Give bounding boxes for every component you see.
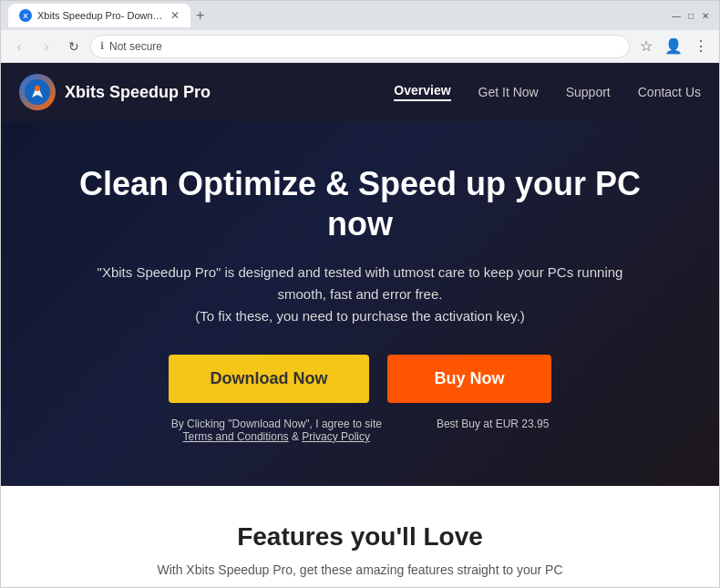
best-buy-text: Best Buy at EUR 23.95 bbox=[437, 418, 549, 430]
tab-area: X Xbits Speedup Pro- Download P... ✕ + bbox=[8, 4, 666, 27]
features-section: Features you'll Love With Xbits Speedup … bbox=[1, 486, 719, 587]
hero-sub-info: By Clicking "Download Now", I agree to s… bbox=[56, 418, 664, 443]
download-now-button[interactable]: Download Now bbox=[169, 355, 369, 403]
logo-area: Xbits Speedup Pro bbox=[19, 74, 211, 110]
address-bar: ‹ › ↻ ℹ Not secure ☆ 👤 ⋮ bbox=[1, 30, 719, 63]
site-content: Xbits Speedup Pro Overview Get It Now Su… bbox=[1, 63, 719, 587]
amp-text: & bbox=[292, 430, 302, 443]
not-secure-icon: ℹ bbox=[100, 40, 104, 52]
download-disclaimer: By Clicking "Download Now", I agree to s… bbox=[171, 418, 382, 443]
browser-frame: X Xbits Speedup Pro- Download P... ✕ + —… bbox=[0, 0, 720, 588]
menu-button[interactable]: ⋮ bbox=[690, 36, 712, 57]
refresh-button[interactable]: ↻ bbox=[63, 36, 85, 57]
new-tab-button[interactable]: + bbox=[190, 4, 210, 27]
url-bar[interactable]: ℹ Not secure bbox=[90, 35, 630, 58]
tab-close-button[interactable]: ✕ bbox=[170, 9, 180, 22]
close-button[interactable]: ✕ bbox=[699, 9, 712, 22]
active-tab[interactable]: X Xbits Speedup Pro- Download P... ✕ bbox=[8, 4, 190, 27]
hero-section: Clean Optimize & Speed up your PC now "X… bbox=[1, 121, 719, 486]
bookmark-button[interactable]: ☆ bbox=[635, 36, 657, 57]
hero-buttons: Download Now Buy Now bbox=[56, 355, 664, 403]
features-title: Features you'll Love bbox=[37, 522, 683, 552]
nav-overview[interactable]: Overview bbox=[394, 83, 450, 101]
url-text: Not secure bbox=[109, 40, 162, 53]
terms-link[interactable]: Terms and Conditions bbox=[183, 430, 289, 443]
site-nav: Xbits Speedup Pro Overview Get It Now Su… bbox=[1, 63, 719, 121]
profile-button[interactable]: 👤 bbox=[663, 36, 684, 57]
nav-get-it-now[interactable]: Get It Now bbox=[478, 85, 539, 99]
forward-button[interactable]: › bbox=[36, 36, 57, 57]
tab-favicon: X bbox=[19, 9, 32, 22]
nav-links: Overview Get It Now Support Contact Us bbox=[394, 83, 701, 101]
back-button[interactable]: ‹ bbox=[8, 36, 30, 57]
hero-description: "Xbits Speedup Pro" is designed and test… bbox=[56, 262, 664, 327]
svg-point-1 bbox=[35, 86, 40, 91]
maximize-button[interactable]: □ bbox=[684, 9, 697, 22]
hero-title: Clean Optimize & Speed up your PC now bbox=[56, 164, 664, 242]
logo-text: Xbits Speedup Pro bbox=[65, 83, 211, 102]
disclaimer-text: By Clicking "Download Now", I agree to s… bbox=[171, 418, 382, 430]
tab-title: Xbits Speedup Pro- Download P... bbox=[37, 10, 165, 21]
buy-now-button[interactable]: Buy Now bbox=[387, 355, 551, 403]
minimize-button[interactable]: — bbox=[670, 9, 683, 22]
hero-content: Clean Optimize & Speed up your PC now "X… bbox=[56, 164, 664, 442]
nav-support[interactable]: Support bbox=[566, 85, 611, 99]
title-bar: X Xbits Speedup Pro- Download P... ✕ + —… bbox=[1, 1, 719, 30]
features-description: With Xbits Speedup Pro, get these amazin… bbox=[37, 562, 683, 577]
window-controls: — □ ✕ bbox=[670, 9, 712, 22]
logo-icon bbox=[19, 74, 56, 110]
privacy-link[interactable]: Privacy Policy bbox=[302, 430, 370, 443]
nav-contact[interactable]: Contact Us bbox=[638, 85, 701, 99]
